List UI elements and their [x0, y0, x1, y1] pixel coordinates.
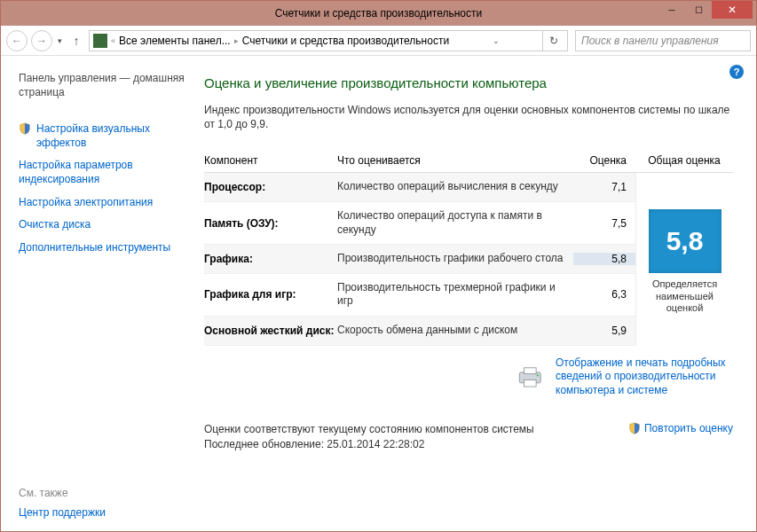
- print-row: Отображение и печать подробных сведений …: [204, 356, 733, 398]
- table-rows: Процессор: Количество операций вычислени…: [204, 173, 635, 345]
- th-component: Компонент: [204, 154, 337, 167]
- sidebar-item-visual-effects[interactable]: Настройка визуальных эффектов: [19, 122, 185, 150]
- up-button[interactable]: ↑: [67, 32, 85, 50]
- sidebar-item-label: Настройка визуальных эффектов: [36, 122, 185, 150]
- refresh-button[interactable]: ↻: [542, 30, 564, 51]
- address-bar[interactable]: « Все элементы панел... ▸ Счетчики и сре…: [89, 30, 568, 51]
- shield-icon: [19, 122, 31, 135]
- sidebar-item-disk-cleanup[interactable]: Очистка диска: [19, 218, 185, 232]
- cell-component: Процессор:: [204, 181, 337, 193]
- back-button[interactable]: ←: [6, 30, 28, 51]
- sidebar: Панель управления — домашняя страница На…: [1, 56, 192, 531]
- print-details-link[interactable]: Отображение и печать подробных сведений …: [556, 356, 733, 398]
- cell-what: Производительность трехмерной графики и …: [337, 281, 573, 309]
- window-controls: ─ ☐ ✕: [658, 1, 753, 19]
- breadcrumb-segment[interactable]: Счетчики и средства производительности: [242, 35, 449, 47]
- search-input[interactable]: Поиск в панели управления: [575, 30, 751, 51]
- status-line2: Последнее обновление: 25.01.2014 22:28:0…: [204, 437, 534, 452]
- cell-component: Графика для игр:: [204, 288, 337, 301]
- rerun-link[interactable]: Повторить оценку: [644, 422, 733, 434]
- close-button[interactable]: ✕: [712, 1, 753, 19]
- status-line1: Оценки соответствуют текущему состоянию …: [204, 422, 534, 437]
- page-title: Оценка и увеличение производительности к…: [204, 75, 733, 90]
- table-row: Графика: Производительность графики рабо…: [204, 245, 635, 274]
- control-panel-home-link[interactable]: Панель управления — домашняя страница: [19, 72, 185, 99]
- sidebar-item-advanced-tools[interactable]: Дополнительные инструменты: [19, 241, 185, 255]
- cell-component: Основной жесткий диск:: [204, 325, 337, 337]
- sidebar-footer: См. также Центр поддержки: [19, 487, 185, 520]
- forward-button[interactable]: →: [31, 30, 52, 51]
- table-row: Процессор: Количество операций вычислени…: [204, 173, 635, 202]
- window-title: Счетчики и средства производительности: [1, 7, 756, 20]
- titlebar: Счетчики и средства производительности ─…: [1, 1, 756, 26]
- cell-score: 5,9: [573, 325, 635, 337]
- table-row: Графика для игр: Производительность трех…: [204, 274, 635, 317]
- th-what: Что оценивается: [337, 154, 573, 167]
- svg-rect-1: [524, 368, 537, 374]
- window: Счетчики и средства производительности ─…: [0, 0, 757, 532]
- cell-what: Количество операций вычисления в секунду: [337, 180, 573, 194]
- rerun-assessment[interactable]: Повторить оценку: [628, 422, 733, 434]
- table-header: Компонент Что оценивается Оценка Общая о…: [204, 154, 733, 173]
- cell-what: Скорость обмена данными с диском: [337, 324, 573, 338]
- main-content: Оценка и увеличение производительности к…: [192, 56, 756, 531]
- navbar: ← → ▾ ↑ « Все элементы панел... ▸ Счетчи…: [1, 26, 756, 56]
- base-score-badge: 5,8: [649, 209, 722, 273]
- base-score-column: 5,8 Определяется наименьшей оценкой: [635, 173, 733, 345]
- cell-score: 6,3: [573, 288, 635, 301]
- svg-point-3: [537, 374, 539, 376]
- printer-icon: [516, 364, 547, 389]
- cell-component: Графика:: [204, 253, 337, 265]
- sidebar-item-power[interactable]: Настройка электропитания: [19, 196, 185, 210]
- search-placeholder: Поиск в панели управления: [581, 35, 719, 47]
- minimize-button[interactable]: ─: [658, 1, 685, 19]
- table-row: Память (ОЗУ): Количество операций доступ…: [204, 202, 635, 245]
- svg-rect-2: [524, 379, 537, 387]
- sidebar-item-indexing[interactable]: Настройка параметров индексирования: [19, 159, 185, 186]
- history-dropdown[interactable]: ▾: [56, 36, 64, 45]
- see-also-label: См. также: [19, 487, 185, 499]
- cell-score: 7,1: [573, 181, 635, 193]
- breadcrumb-segment[interactable]: Все элементы панел...: [119, 35, 231, 47]
- table-row: Основной жесткий диск: Скорость обмена д…: [204, 317, 635, 346]
- action-center-link[interactable]: Центр поддержки: [19, 506, 185, 520]
- page-description: Индекс производительности Windows исполь…: [204, 103, 733, 131]
- cell-what: Производительность графики рабочего стол…: [337, 252, 573, 266]
- score-table: Компонент Что оценивается Оценка Общая о…: [204, 154, 733, 345]
- maximize-button[interactable]: ☐: [685, 1, 712, 19]
- status-text: Оценки соответствуют текущему состоянию …: [204, 422, 534, 452]
- base-score-caption: Определяется наименьшей оценкой: [636, 278, 733, 315]
- help-icon[interactable]: ?: [729, 65, 744, 79]
- chevron-right-icon: «: [111, 36, 115, 45]
- chevron-right-icon: ▸: [234, 36, 239, 45]
- footer-row: Оценки соответствуют текущему состоянию …: [204, 422, 733, 452]
- cell-score: 7,5: [573, 217, 635, 230]
- th-score: Оценка: [573, 154, 635, 167]
- cell-what: Количество операций доступа к памяти в с…: [337, 209, 573, 237]
- body: ? Панель управления — домашняя страница …: [1, 56, 756, 531]
- shield-icon: [628, 422, 641, 434]
- control-panel-icon: [93, 34, 107, 48]
- cell-score: 5,8: [573, 253, 635, 265]
- th-base: Общая оценка: [635, 154, 733, 167]
- cell-component: Память (ОЗУ):: [204, 217, 337, 230]
- address-dropdown[interactable]: ⌄: [489, 36, 503, 45]
